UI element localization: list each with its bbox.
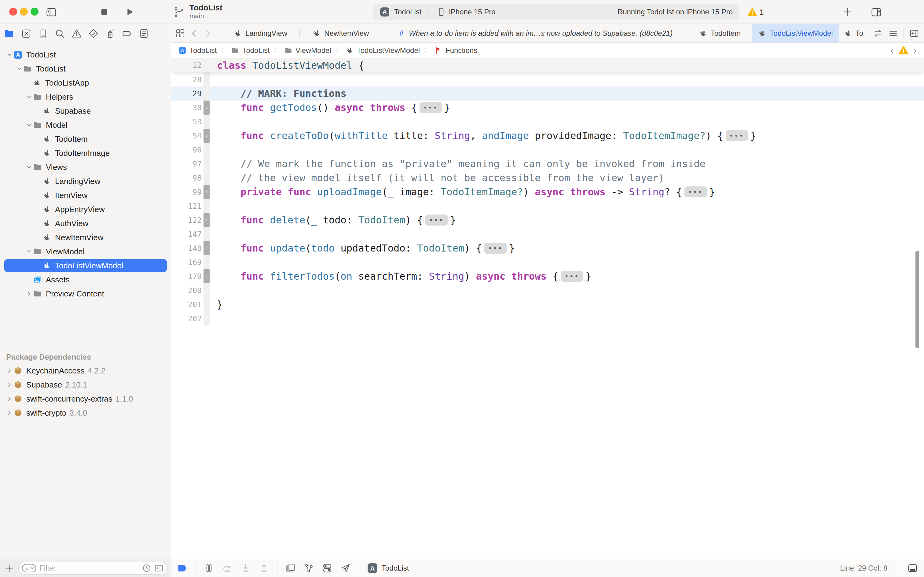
bookmarks-navigator-icon[interactable] (38, 28, 48, 39)
tab-todolistviewmodel[interactable]: TodoListViewModel (752, 24, 839, 42)
code-line-98[interactable]: 98 // the view model itself (it will not… (171, 171, 924, 185)
fold-ribbon[interactable] (203, 87, 209, 100)
sidebar-item-viewmodel[interactable]: ViewModel (0, 245, 171, 259)
sidebar-item-assets[interactable]: Assets (0, 272, 171, 287)
fold-marker-icon[interactable]: › (203, 185, 209, 199)
code-editor[interactable]: 12class TodoListViewModel {2829 // MARK:… (171, 58, 924, 559)
line-number[interactable]: 169 (171, 258, 202, 267)
code-line-96[interactable]: 96 (171, 143, 924, 157)
pause-icon[interactable] (204, 563, 214, 573)
filter-field[interactable] (18, 562, 167, 575)
fold-ribbon[interactable] (203, 199, 209, 213)
code-fold-ellipsis-button[interactable]: ••• (420, 102, 442, 113)
chevron-down-icon[interactable] (5, 52, 13, 58)
fold-ribbon[interactable] (203, 255, 209, 269)
fold-ribbon[interactable] (203, 157, 209, 171)
sidebar-item-views[interactable]: Views (0, 160, 171, 174)
environment-overrides-icon[interactable] (322, 563, 332, 573)
code-line-30[interactable]: 30› func getTodos() async throws {•••} (171, 100, 924, 114)
line-number[interactable]: 54 (171, 131, 202, 140)
minimize-window-button[interactable] (20, 8, 28, 16)
code-line-148[interactable]: 148› func update(todo updatedTodo: TodoI… (171, 241, 924, 255)
add-file-icon[interactable] (4, 563, 14, 573)
code-fold-ellipsis-button[interactable]: ••• (726, 130, 748, 141)
fold-ribbon[interactable] (203, 58, 209, 73)
sidebar-item-supabase[interactable]: Supabase (0, 104, 171, 118)
previous-issue-icon[interactable]: ‹ (890, 46, 893, 55)
line-number[interactable]: 98 (171, 174, 202, 182)
forward-chevron-icon[interactable] (203, 29, 212, 38)
tab-to[interactable]: To (839, 24, 868, 42)
fold-marker-icon[interactable]: › (203, 100, 209, 114)
line-number[interactable]: 12 (171, 61, 202, 70)
fold-ribbon[interactable]: › (203, 213, 209, 227)
step-into-icon[interactable] (240, 563, 251, 573)
reports-navigator-icon[interactable] (139, 28, 149, 39)
breakpoints-toggle-icon[interactable] (177, 563, 188, 573)
line-number[interactable]: 202 (171, 314, 202, 323)
package-item-supabase[interactable]: Supabase2.10.1 (0, 378, 171, 392)
scheme-name[interactable]: TodoList (394, 8, 421, 16)
tab-when-a-to-do-item-is-added-wit[interactable]: #When a to-do item is added with an im…s… (382, 24, 688, 42)
chevron-right-icon[interactable] (5, 381, 13, 388)
breadcrumb-item-viewmodel[interactable]: ViewModel (285, 46, 331, 55)
sidebar-item-todolistapp[interactable]: TodoListApp (0, 76, 171, 90)
sidebar-item-landingview[interactable]: LandingView (0, 174, 171, 188)
warning-badge[interactable]: 1 (747, 7, 764, 17)
fold-marker-icon[interactable]: › (203, 129, 209, 143)
line-number[interactable]: 200 (171, 286, 202, 295)
issues-navigator-icon[interactable] (71, 28, 82, 39)
warning-icon[interactable] (898, 45, 909, 56)
code-line-201[interactable]: 201} (171, 297, 924, 311)
code-line-97[interactable]: 97 // We mark the function as "private" … (171, 157, 924, 171)
fold-ribbon[interactable] (203, 283, 209, 297)
chevron-down-icon[interactable] (25, 164, 33, 171)
breadcrumb-item-todolist[interactable]: ATodoList (179, 46, 217, 55)
code-line-170[interactable]: 170› func filterTodos(on searchTerm: Str… (171, 269, 924, 283)
fold-ribbon[interactable]: › (203, 185, 209, 199)
breakpoints-navigator-icon[interactable] (122, 28, 132, 39)
fold-marker-icon[interactable]: › (203, 241, 209, 255)
package-item-swift-crypto[interactable]: swift-crypto3.4.0 (0, 406, 171, 420)
view-hierarchy-icon[interactable] (285, 563, 296, 573)
code-fold-ellipsis-button[interactable]: ••• (561, 271, 583, 282)
toggle-right-sidebar-button[interactable] (871, 7, 882, 18)
add-button[interactable] (842, 7, 853, 17)
code-fold-ellipsis-button[interactable]: ••• (684, 187, 707, 197)
line-number[interactable]: 29 (171, 89, 202, 98)
code-line-99[interactable]: 99› private func uploadImage(_ image: To… (171, 185, 924, 199)
step-out-icon[interactable] (259, 563, 269, 573)
next-issue-icon[interactable]: › (914, 46, 917, 55)
fold-marker-icon[interactable]: › (203, 213, 209, 227)
line-number[interactable]: 170 (171, 272, 202, 281)
chevron-right-icon[interactable] (5, 367, 13, 374)
tab-todoitem[interactable]: TodoItem (688, 24, 752, 42)
code-line-200[interactable]: 200 (171, 283, 924, 297)
fold-ribbon[interactable] (203, 143, 209, 157)
add-editor-icon[interactable] (910, 28, 919, 38)
code-line-122[interactable]: 122› func delete(_ todo: TodoItem) {•••} (171, 213, 924, 227)
chevron-down-icon[interactable] (15, 65, 23, 72)
chevron-right-icon[interactable] (5, 395, 13, 402)
editor-grid-icon[interactable] (175, 28, 185, 38)
fold-marker-icon[interactable]: › (203, 269, 209, 283)
code-fold-ellipsis-button[interactable]: ••• (425, 214, 448, 226)
fold-ribbon[interactable]: › (203, 129, 209, 143)
fold-ribbon[interactable]: › (203, 269, 209, 283)
sidebar-item-todolist[interactable]: ATodoList (0, 48, 171, 62)
code-line-202[interactable]: 202 (171, 311, 924, 326)
fold-ribbon[interactable]: › (203, 100, 209, 114)
code-line-53[interactable]: 53 (171, 114, 924, 129)
line-number[interactable]: 53 (171, 118, 202, 126)
line-number[interactable]: 201 (171, 300, 202, 309)
code-fold-ellipsis-button[interactable]: ••• (484, 243, 507, 254)
line-number[interactable]: 97 (171, 160, 202, 168)
fold-ribbon[interactable] (203, 311, 209, 326)
sidebar-item-model[interactable]: Model (0, 118, 171, 132)
line-number[interactable]: 122 (171, 216, 202, 225)
line-number[interactable]: 121 (171, 202, 202, 211)
filter-input[interactable] (39, 564, 139, 572)
fold-ribbon[interactable] (203, 297, 209, 311)
code-line-169[interactable]: 169 (171, 255, 924, 269)
back-chevron-icon[interactable] (190, 29, 199, 38)
